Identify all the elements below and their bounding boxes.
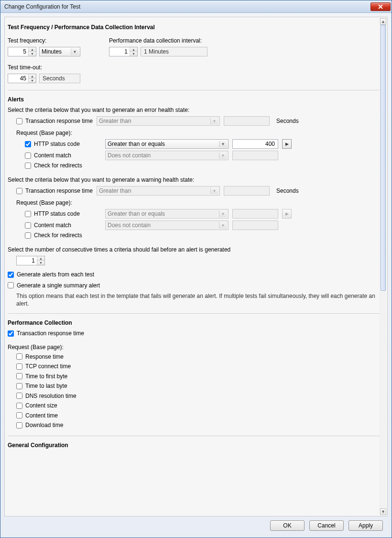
dialog-buttons: OK Cancel Apply [4,516,388,534]
timeout-spinner[interactable]: ▲▼ [8,74,36,83]
error-redirects-label: Check for redirects [34,162,82,169]
apply-button[interactable]: Apply [348,520,383,531]
ok-button[interactable]: OK [270,520,305,531]
spinner-up-icon[interactable]: ▲ [29,74,36,79]
warning-trt-unit: Seconds [276,187,299,194]
perf-download-label: Download time [25,422,63,428]
warning-http-checkbox[interactable]: HTTP status code [25,210,80,217]
cancel-button[interactable]: Cancel [309,520,344,531]
perf-interval-input[interactable] [109,47,130,56]
test-frequency-label: Test frequency: [8,37,80,44]
spinner-down-icon[interactable]: ▼ [37,261,44,265]
spinner-up-icon[interactable]: ▲ [29,47,36,52]
perf-interval-spinner[interactable]: ▲▼ [109,47,138,56]
error-trt-op-select: Greater than▼ [97,116,220,126]
generate-each-checkbox[interactable]: Generate alerts from each test [8,271,94,278]
warning-trt-checkbox[interactable]: Transaction response time [16,187,93,194]
error-redirects-row: Check for redirects [25,162,380,169]
error-http-value[interactable]: 400 [232,139,278,149]
chevron-down-icon: ▼ [219,141,227,147]
spinner-down-icon[interactable]: ▼ [29,52,36,56]
error-http-op-select[interactable]: Greater than or equals▼ [105,139,229,149]
alerts-note: This option means that each test in the … [8,290,380,307]
perf-response-checkbox[interactable]: Response time [16,353,64,360]
warning-redirects-checkbox[interactable]: Check for redirects [25,232,82,239]
spinner-down-icon[interactable]: ▼ [130,52,137,56]
consecutive-spinner[interactable]: ▲▼ [16,256,45,265]
vertical-scrollbar[interactable]: ▲ ▼ [380,18,386,515]
frequency-row: Test frequency: ▲▼ Minutes ▼ [8,34,380,57]
perf-tcp-label: TCP connect time [25,363,71,370]
error-trt-checkbox[interactable]: Transaction response time [16,118,93,124]
perf-trt-checkbox[interactable]: Transaction response time [8,330,84,337]
titlebar: Change Configuration for Test [0,0,392,13]
perf-download-checkbox[interactable]: Download time [16,422,63,428]
spinner-up-icon[interactable]: ▲ [130,47,137,52]
warning-http-play-button: ▶ [282,209,292,219]
section-perf-heading: Performance Collection [8,319,380,326]
spinner-down-icon[interactable]: ▼ [29,79,36,83]
scroll-up-icon[interactable]: ▲ [380,18,386,25]
error-content-row: Content match Does not contain▼ [25,151,380,160]
chevron-down-icon: ▼ [219,222,227,229]
close-button[interactable] [370,2,391,11]
warning-redirects-row: Check for redirects [25,232,380,239]
dialog-window: Change Configuration for Test Test Frequ… [0,0,392,538]
perf-ctime-checkbox[interactable]: Content time [16,412,58,419]
scroll-track[interactable] [380,25,386,508]
consecutive-input[interactable] [17,256,37,265]
warning-http-row: HTTP status code Greater than or equals▼… [25,209,380,219]
generate-summary-checkbox[interactable]: Generate a single summary alert [8,282,100,289]
warning-content-label: Content match [34,222,71,229]
test-frequency-unit-select[interactable]: Minutes ▼ [39,47,80,56]
divider [8,313,380,314]
section-general-heading: General Configuration [8,442,380,449]
perf-csize-label: Content size [25,402,57,409]
window-title: Change Configuration for Test [4,3,370,10]
scroll-thumb[interactable] [381,25,386,291]
error-content-value [232,151,278,160]
perf-ttlb-label: Time to last byte [25,383,67,389]
perf-ctime-label: Content time [25,412,58,419]
timeout-input[interactable] [8,74,28,83]
test-frequency-unit-value: Minutes [42,48,62,55]
warning-trt-row: Transaction response time Greater than▼ … [16,186,380,196]
error-http-checkbox[interactable]: HTTP status code [25,141,80,147]
spinner-up-icon[interactable]: ▲ [37,256,44,261]
error-content-checkbox[interactable]: Content match [25,152,71,159]
test-frequency-input[interactable] [8,47,28,56]
perf-dns-checkbox[interactable]: DNS resolution time [16,393,76,399]
warning-content-op-select: Does not contain▼ [105,220,229,230]
perf-ttlb-checkbox[interactable]: Time to last byte [16,383,67,389]
test-frequency-spinner[interactable]: ▲▼ [8,47,36,56]
warning-content-checkbox[interactable]: Content match [25,222,71,229]
section-alerts-heading: Alerts [8,96,380,103]
error-http-label: HTTP status code [34,141,80,147]
client-area: Test Frequency / Performance Data Collec… [0,13,392,538]
error-redirects-checkbox[interactable]: Check for redirects [25,162,82,169]
chevron-down-icon: ▼ [71,48,78,55]
warning-trt-value [224,186,270,196]
chevron-down-icon: ▼ [210,187,218,194]
scroll-down-icon[interactable]: ▼ [380,508,386,515]
warning-redirects-label: Check for redirects [34,232,82,239]
timeout-group: Test time-out: ▲▼ Seconds [8,61,380,84]
error-trt-unit: Seconds [276,118,299,124]
chevron-down-icon: ▼ [219,210,227,217]
perf-dns-label: DNS resolution time [25,393,76,399]
chevron-down-icon: ▼ [219,152,227,159]
perf-csize-checkbox[interactable]: Content size [16,402,57,409]
perf-interval-display: 1 Minutes [141,47,207,56]
perf-trt-label: Transaction response time [17,330,84,337]
perf-tcp-checkbox[interactable]: TCP connect time [16,363,71,370]
perf-ttfb-checkbox[interactable]: Time to first byte [16,373,67,380]
timeout-label: Test time-out: [8,64,380,71]
chevron-down-icon: ▼ [210,118,218,124]
warning-trt-op-select: Greater than▼ [97,186,220,196]
content-panel: Test Frequency / Performance Data Collec… [4,17,388,516]
test-frequency-group: Test frequency: ▲▼ Minutes ▼ [8,34,80,57]
warning-trt-label: Transaction response time [25,187,93,194]
error-http-play-button[interactable]: ▶ [282,139,292,149]
perf-interval-label: Performance data collection interval: [109,37,207,44]
warning-http-op-select: Greater than or equals▼ [105,209,229,219]
